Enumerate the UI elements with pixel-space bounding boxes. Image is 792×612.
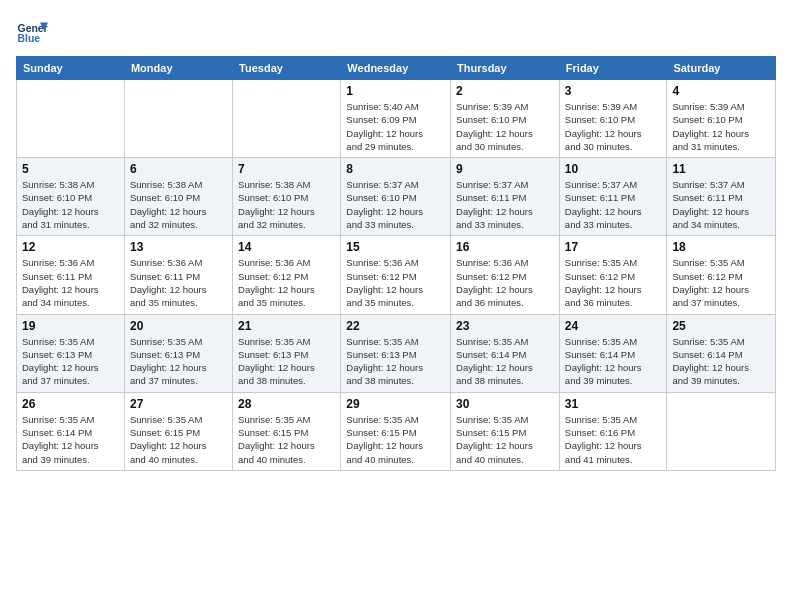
cell-content: Sunrise: 5:35 AMSunset: 6:14 PMDaylight:… (456, 335, 554, 388)
calendar-cell: 27Sunrise: 5:35 AMSunset: 6:15 PMDayligh… (124, 392, 232, 470)
day-number: 6 (130, 162, 227, 176)
calendar-cell: 1Sunrise: 5:40 AMSunset: 6:09 PMDaylight… (341, 80, 451, 158)
cell-content: Sunrise: 5:36 AMSunset: 6:11 PMDaylight:… (22, 256, 119, 309)
calendar-cell (233, 80, 341, 158)
cell-content: Sunrise: 5:37 AMSunset: 6:11 PMDaylight:… (456, 178, 554, 231)
calendar-cell: 6Sunrise: 5:38 AMSunset: 6:10 PMDaylight… (124, 158, 232, 236)
day-header-saturday: Saturday (667, 57, 776, 80)
cell-content: Sunrise: 5:38 AMSunset: 6:10 PMDaylight:… (130, 178, 227, 231)
day-header-tuesday: Tuesday (233, 57, 341, 80)
day-number: 1 (346, 84, 445, 98)
day-number: 17 (565, 240, 662, 254)
day-number: 19 (22, 319, 119, 333)
day-number: 9 (456, 162, 554, 176)
calendar-cell: 12Sunrise: 5:36 AMSunset: 6:11 PMDayligh… (17, 236, 125, 314)
day-header-thursday: Thursday (451, 57, 560, 80)
calendar-header-row: SundayMondayTuesdayWednesdayThursdayFrid… (17, 57, 776, 80)
day-number: 16 (456, 240, 554, 254)
calendar-cell: 28Sunrise: 5:35 AMSunset: 6:15 PMDayligh… (233, 392, 341, 470)
day-number: 26 (22, 397, 119, 411)
calendar-cell: 23Sunrise: 5:35 AMSunset: 6:14 PMDayligh… (451, 314, 560, 392)
cell-content: Sunrise: 5:35 AMSunset: 6:14 PMDaylight:… (565, 335, 662, 388)
calendar-cell (124, 80, 232, 158)
calendar-cell: 14Sunrise: 5:36 AMSunset: 6:12 PMDayligh… (233, 236, 341, 314)
day-number: 30 (456, 397, 554, 411)
calendar-cell: 10Sunrise: 5:37 AMSunset: 6:11 PMDayligh… (559, 158, 667, 236)
day-number: 10 (565, 162, 662, 176)
calendar-cell: 13Sunrise: 5:36 AMSunset: 6:11 PMDayligh… (124, 236, 232, 314)
cell-content: Sunrise: 5:35 AMSunset: 6:15 PMDaylight:… (346, 413, 445, 466)
calendar-cell: 7Sunrise: 5:38 AMSunset: 6:10 PMDaylight… (233, 158, 341, 236)
day-number: 7 (238, 162, 335, 176)
day-number: 13 (130, 240, 227, 254)
day-number: 2 (456, 84, 554, 98)
page-header: General Blue (16, 16, 776, 48)
calendar-cell: 21Sunrise: 5:35 AMSunset: 6:13 PMDayligh… (233, 314, 341, 392)
cell-content: Sunrise: 5:37 AMSunset: 6:11 PMDaylight:… (672, 178, 770, 231)
day-number: 23 (456, 319, 554, 333)
logo-icon: General Blue (16, 16, 48, 48)
calendar-cell: 11Sunrise: 5:37 AMSunset: 6:11 PMDayligh… (667, 158, 776, 236)
calendar-table: SundayMondayTuesdayWednesdayThursdayFrid… (16, 56, 776, 471)
cell-content: Sunrise: 5:35 AMSunset: 6:16 PMDaylight:… (565, 413, 662, 466)
cell-content: Sunrise: 5:37 AMSunset: 6:10 PMDaylight:… (346, 178, 445, 231)
day-number: 21 (238, 319, 335, 333)
day-number: 12 (22, 240, 119, 254)
calendar-cell: 16Sunrise: 5:36 AMSunset: 6:12 PMDayligh… (451, 236, 560, 314)
day-number: 29 (346, 397, 445, 411)
calendar-cell: 9Sunrise: 5:37 AMSunset: 6:11 PMDaylight… (451, 158, 560, 236)
day-number: 8 (346, 162, 445, 176)
cell-content: Sunrise: 5:40 AMSunset: 6:09 PMDaylight:… (346, 100, 445, 153)
calendar-cell: 20Sunrise: 5:35 AMSunset: 6:13 PMDayligh… (124, 314, 232, 392)
day-header-monday: Monday (124, 57, 232, 80)
day-number: 3 (565, 84, 662, 98)
svg-text:Blue: Blue (18, 33, 41, 44)
calendar-week-row: 19Sunrise: 5:35 AMSunset: 6:13 PMDayligh… (17, 314, 776, 392)
day-header-wednesday: Wednesday (341, 57, 451, 80)
cell-content: Sunrise: 5:35 AMSunset: 6:13 PMDaylight:… (22, 335, 119, 388)
calendar-cell: 31Sunrise: 5:35 AMSunset: 6:16 PMDayligh… (559, 392, 667, 470)
cell-content: Sunrise: 5:35 AMSunset: 6:15 PMDaylight:… (238, 413, 335, 466)
cell-content: Sunrise: 5:35 AMSunset: 6:14 PMDaylight:… (672, 335, 770, 388)
cell-content: Sunrise: 5:39 AMSunset: 6:10 PMDaylight:… (456, 100, 554, 153)
day-header-friday: Friday (559, 57, 667, 80)
calendar-cell: 3Sunrise: 5:39 AMSunset: 6:10 PMDaylight… (559, 80, 667, 158)
day-number: 27 (130, 397, 227, 411)
cell-content: Sunrise: 5:35 AMSunset: 6:15 PMDaylight:… (130, 413, 227, 466)
calendar-cell: 19Sunrise: 5:35 AMSunset: 6:13 PMDayligh… (17, 314, 125, 392)
calendar-cell (17, 80, 125, 158)
day-number: 28 (238, 397, 335, 411)
cell-content: Sunrise: 5:35 AMSunset: 6:13 PMDaylight:… (238, 335, 335, 388)
cell-content: Sunrise: 5:36 AMSunset: 6:12 PMDaylight:… (456, 256, 554, 309)
cell-content: Sunrise: 5:35 AMSunset: 6:13 PMDaylight:… (130, 335, 227, 388)
calendar-cell (667, 392, 776, 470)
cell-content: Sunrise: 5:35 AMSunset: 6:12 PMDaylight:… (672, 256, 770, 309)
cell-content: Sunrise: 5:36 AMSunset: 6:12 PMDaylight:… (238, 256, 335, 309)
cell-content: Sunrise: 5:39 AMSunset: 6:10 PMDaylight:… (565, 100, 662, 153)
calendar-cell: 25Sunrise: 5:35 AMSunset: 6:14 PMDayligh… (667, 314, 776, 392)
calendar-cell: 29Sunrise: 5:35 AMSunset: 6:15 PMDayligh… (341, 392, 451, 470)
day-number: 15 (346, 240, 445, 254)
cell-content: Sunrise: 5:38 AMSunset: 6:10 PMDaylight:… (22, 178, 119, 231)
cell-content: Sunrise: 5:35 AMSunset: 6:13 PMDaylight:… (346, 335, 445, 388)
day-number: 20 (130, 319, 227, 333)
calendar-cell: 26Sunrise: 5:35 AMSunset: 6:14 PMDayligh… (17, 392, 125, 470)
calendar-cell: 17Sunrise: 5:35 AMSunset: 6:12 PMDayligh… (559, 236, 667, 314)
calendar-week-row: 12Sunrise: 5:36 AMSunset: 6:11 PMDayligh… (17, 236, 776, 314)
day-number: 14 (238, 240, 335, 254)
cell-content: Sunrise: 5:35 AMSunset: 6:12 PMDaylight:… (565, 256, 662, 309)
cell-content: Sunrise: 5:38 AMSunset: 6:10 PMDaylight:… (238, 178, 335, 231)
calendar-cell: 15Sunrise: 5:36 AMSunset: 6:12 PMDayligh… (341, 236, 451, 314)
day-number: 22 (346, 319, 445, 333)
day-number: 25 (672, 319, 770, 333)
calendar-cell: 24Sunrise: 5:35 AMSunset: 6:14 PMDayligh… (559, 314, 667, 392)
day-header-sunday: Sunday (17, 57, 125, 80)
day-number: 24 (565, 319, 662, 333)
calendar-cell: 2Sunrise: 5:39 AMSunset: 6:10 PMDaylight… (451, 80, 560, 158)
calendar-week-row: 1Sunrise: 5:40 AMSunset: 6:09 PMDaylight… (17, 80, 776, 158)
calendar-week-row: 5Sunrise: 5:38 AMSunset: 6:10 PMDaylight… (17, 158, 776, 236)
calendar-cell: 22Sunrise: 5:35 AMSunset: 6:13 PMDayligh… (341, 314, 451, 392)
logo: General Blue (16, 16, 48, 48)
calendar-cell: 5Sunrise: 5:38 AMSunset: 6:10 PMDaylight… (17, 158, 125, 236)
cell-content: Sunrise: 5:36 AMSunset: 6:11 PMDaylight:… (130, 256, 227, 309)
